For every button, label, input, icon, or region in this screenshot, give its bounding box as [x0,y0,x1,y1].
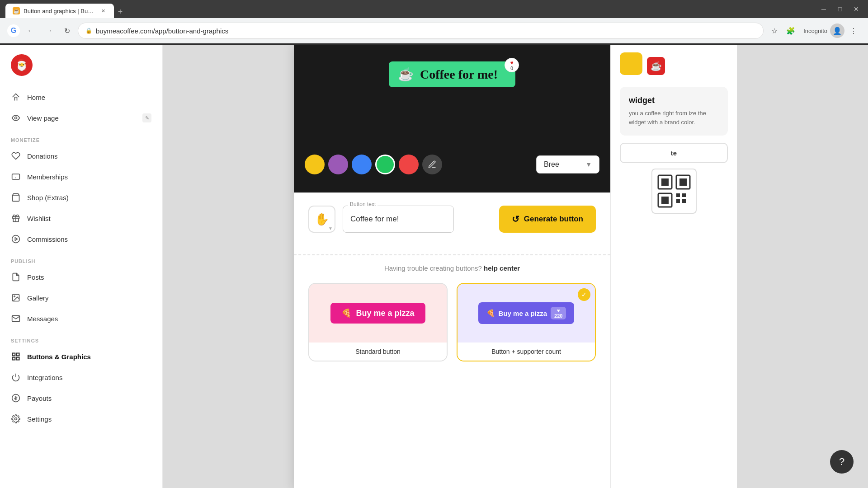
sidebar-item-payouts[interactable]: Payouts [0,388,162,408]
window-controls: ─ □ ✕ [817,3,863,15]
color-swatch-purple[interactable] [328,155,348,174]
minimize-button[interactable]: ─ [817,3,830,15]
tab-title: Button and graphics | Buy Me a [24,8,96,14]
generate-button[interactable]: ↺ Generate button [499,206,596,233]
generate-label: Generate button [524,215,583,224]
qr-code-area [651,169,697,214]
page-layout: 🎅 Home View page ✎ MONETIZE Donations [0,43,868,488]
color-swatch-red[interactable] [399,155,419,174]
back-button[interactable]: ← [24,23,38,38]
refresh-button[interactable]: ↻ [60,23,74,38]
lock-icon: 🔒 [85,28,92,34]
supporter-btn-text: Buy me a pizza [499,310,547,317]
svg-rect-22 [682,193,686,197]
widget-desc: you a coffee right from ize the widget w… [629,109,719,127]
color-swatch-yellow[interactable] [305,155,325,174]
supporter-card-preview: 🍕 Buy me a pizza ♥ 220 [458,284,595,343]
supporter-card-label: Button + supporter count [458,343,595,361]
incognito-avatar[interactable]: 👤 [830,23,844,38]
widget-title: widget [629,96,719,105]
active-tab[interactable]: ☕ Button and graphics | Buy Me a ✕ [5,4,114,18]
supporter-count: 220 [554,313,562,319]
font-selector[interactable]: Bree ▼ [536,155,599,174]
sidebar-item-wishlist[interactable]: Wishlist [0,208,162,229]
eye-icon [11,113,21,123]
help-center-link[interactable]: help center [484,264,520,272]
main-panel: ☕ Coffee for me! ♥ 0 [294,43,610,488]
help-fab-button[interactable]: ? [830,450,854,474]
button-text-input[interactable] [343,206,454,233]
memberships-label: Memberships [27,173,68,181]
sidebar-item-view-page[interactable]: View page ✎ [0,108,162,128]
preview-button-icon: ☕ [398,67,414,82]
address-bar[interactable]: 🔒 buymeacoffee.com/app/button-and-graphi… [78,23,764,39]
sidebar-item-memberships[interactable]: Memberships [0,166,162,187]
view-page-label: View page [27,114,59,122]
card-check-icon: ✓ [578,288,590,301]
messages-icon [11,314,21,324]
sidebar-item-gallery[interactable]: Gallery [0,287,162,308]
svg-marker-5 [15,238,17,241]
button-style-cards: 🍕 Buy me a pizza Standard button ✓ 🍕 [294,283,610,376]
publish-section-label: PUBLISH [0,249,162,267]
dollar-icon [11,393,21,403]
sidebar-item-posts[interactable]: Posts [0,267,162,287]
preview-button-text: Coffee for me! [420,67,498,82]
buttons-graphics-label: Buttons & Graphics [27,353,91,361]
widget-yellow-swatch [620,52,642,75]
tab-favicon: ☕ [13,7,20,14]
sidebar-item-donations[interactable]: Donations [0,145,162,166]
new-tab-button[interactable]: + [114,5,127,18]
button-config: ✋ ▼ Button text ↺ Generate button [294,192,610,245]
supporter-btn-preview: 🍕 Buy me a pizza ♥ 220 [478,302,575,324]
svg-point-7 [14,296,15,297]
svg-rect-23 [682,199,686,203]
color-swatch-blue[interactable] [352,155,372,174]
color-pen-button[interactable] [422,155,442,174]
google-icon: G [7,24,20,37]
forward-button[interactable]: → [42,23,56,38]
payouts-label: Payouts [27,394,52,402]
maximize-button[interactable]: □ [834,3,846,15]
incognito-area: Incognito 👤 [803,23,844,38]
trouble-text: Having trouble creating buttons? help ce… [294,264,610,272]
svg-point-4 [12,235,20,243]
sidebar-item-messages[interactable]: Messages [0,308,162,329]
svg-rect-16 [661,178,669,186]
preview-button-widget[interactable]: ☕ Coffee for me! ♥ 0 [389,61,515,87]
sidebar-item-integrations[interactable]: Integrations [0,367,162,388]
svg-rect-18 [679,178,687,186]
supporter-btn-emoji: 🍕 [486,309,495,317]
standard-btn-text: Buy me a pizza [356,309,414,318]
standard-card-preview: 🍕 Buy me a pizza [309,284,447,343]
settings-label: Settings [27,415,52,423]
standard-button-card[interactable]: 🍕 Buy me a pizza Standard button [308,283,448,361]
incognito-label: Incognito [803,28,827,34]
sidebar-item-settings[interactable]: Settings [0,408,162,429]
close-button[interactable]: ✕ [850,3,863,15]
gallery-label: Gallery [27,294,49,302]
create-button[interactable]: te [620,143,728,163]
posts-label: Posts [27,273,44,281]
bookmark-button[interactable]: ☆ [767,23,782,38]
sidebar-item-commissions[interactable]: Commissions [0,229,162,249]
svg-rect-20 [661,197,669,204]
tab-close-button[interactable]: ✕ [99,7,107,14]
emoji-picker-button[interactable]: ✋ ▼ [308,206,335,233]
sidebar-item-buttons-graphics[interactable]: Buttons & Graphics [0,346,162,367]
menu-button[interactable]: ⋮ [846,23,861,38]
sidebar-item-home[interactable]: Home [0,87,162,108]
svg-rect-8 [13,353,15,356]
button-text-field-wrap: Button text [343,206,492,233]
sidebar-item-shop[interactable]: Shop (Extras) [0,187,162,208]
home-label: Home [27,94,45,101]
color-swatch-green[interactable] [375,155,395,174]
svg-rect-10 [13,357,15,360]
browser-chrome: ☕ Button and graphics | Buy Me a ✕ + ─ □… [0,0,868,45]
commissions-icon [11,234,21,244]
extension-button[interactable]: 🧩 [783,23,798,38]
preview-button-badge: ♥ 0 [505,58,519,72]
button-text-label: Button text [348,201,377,207]
shop-icon [11,192,21,202]
supporter-count-card[interactable]: ✓ 🍕 Buy me a pizza ♥ 220 Butt [457,283,596,361]
